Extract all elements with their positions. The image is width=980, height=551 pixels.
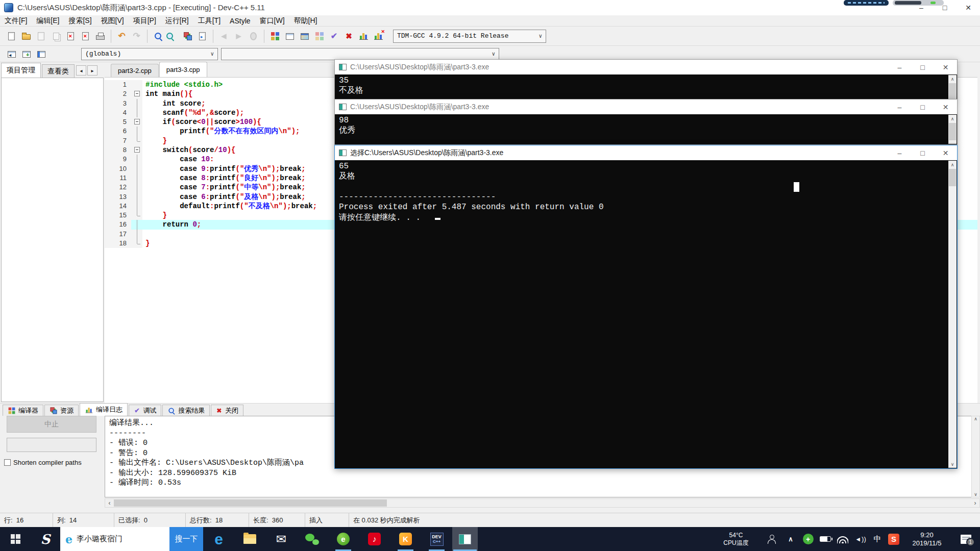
find-in-files-button[interactable] bbox=[165, 29, 180, 43]
menu-window[interactable]: 窗口[W] bbox=[255, 16, 289, 26]
menu-search[interactable]: 搜索[S] bbox=[64, 16, 96, 26]
start-button[interactable] bbox=[0, 527, 31, 551]
taskbar-kmusic-button[interactable] bbox=[390, 527, 421, 551]
menu-help[interactable]: 帮助[H] bbox=[289, 16, 322, 26]
tab-scroll-right-button[interactable] bbox=[87, 65, 97, 76]
taskbar-devcpp-button[interactable] bbox=[421, 527, 452, 551]
console-maximize-button[interactable] bbox=[911, 99, 934, 114]
clock[interactable]: 9:20 2019/11/5 bbox=[902, 527, 951, 551]
compiler-select[interactable]: TDM-GCC 4.9.2 64-bit Release bbox=[393, 30, 546, 43]
menu-run[interactable]: 运行[R] bbox=[161, 16, 193, 26]
taskbar-search-box[interactable]: 李小璐夜宿门 搜一下 bbox=[60, 527, 203, 551]
console-minimize-button[interactable] bbox=[888, 145, 911, 160]
scrollbar-thumb[interactable] bbox=[949, 83, 956, 101]
add-file-button[interactable] bbox=[19, 46, 34, 61]
console-output[interactable]: 98优秀 bbox=[335, 114, 948, 144]
compile-button[interactable] bbox=[267, 29, 282, 43]
scrollbar-thumb[interactable] bbox=[949, 123, 956, 140]
ime-indicator[interactable]: 中 bbox=[870, 527, 885, 551]
replace-button[interactable] bbox=[180, 29, 195, 43]
search-query-text[interactable]: 李小璐夜宿门 bbox=[77, 534, 169, 544]
undo-button[interactable]: ↶ bbox=[114, 29, 129, 43]
taskbar-mail-button[interactable] bbox=[265, 527, 297, 551]
taskbar-explorer-button[interactable] bbox=[234, 527, 265, 551]
tab-scroll-left-button[interactable] bbox=[76, 65, 86, 76]
members-select[interactable] bbox=[221, 48, 499, 60]
console-minimize-button[interactable] bbox=[888, 99, 911, 114]
tab-compiler[interactable]: 编译器 bbox=[3, 405, 43, 416]
console-maximize-button[interactable] bbox=[911, 60, 934, 74]
menu-edit[interactable]: 编辑[E] bbox=[32, 16, 64, 26]
tab-debug[interactable]: ✔调试 bbox=[129, 405, 161, 416]
open-project-button[interactable] bbox=[4, 46, 19, 61]
close-file-button[interactable] bbox=[63, 29, 78, 43]
log-horizontal-scrollbar[interactable] bbox=[105, 498, 980, 508]
tab-close[interactable]: ✖关闭 bbox=[211, 405, 243, 416]
menu-astyle[interactable]: AStyle bbox=[225, 17, 255, 25]
menu-file[interactable]: 文件[F] bbox=[0, 16, 32, 26]
sogou-tray-button[interactable] bbox=[885, 527, 902, 551]
battery-tray-button[interactable] bbox=[817, 527, 834, 551]
tray-expand-button[interactable] bbox=[782, 527, 799, 551]
console-close-button[interactable] bbox=[934, 60, 957, 74]
save-button[interactable] bbox=[34, 29, 48, 43]
console-close-button[interactable] bbox=[934, 99, 957, 114]
tab-part3-3-cpp[interactable]: part3-3.cpp bbox=[159, 62, 207, 77]
scrollbar-thumb[interactable] bbox=[949, 169, 956, 186]
menu-project[interactable]: 项目[P] bbox=[129, 16, 161, 26]
abort-compile-button[interactable]: 中止 bbox=[7, 416, 96, 433]
close-all-button[interactable] bbox=[78, 29, 93, 43]
tab-class-view[interactable]: 查看类 bbox=[42, 64, 75, 78]
antivirus-tray-button[interactable] bbox=[799, 527, 817, 551]
back-button[interactable]: ◀ bbox=[216, 29, 231, 43]
console-close-button[interactable] bbox=[934, 145, 957, 160]
new-file-button[interactable] bbox=[4, 29, 19, 43]
file-members-button[interactable] bbox=[34, 46, 48, 61]
console-scrollbar[interactable] bbox=[948, 115, 957, 144]
shorten-paths-checkbox[interactable] bbox=[4, 459, 11, 466]
window-close-button[interactable] bbox=[957, 0, 980, 15]
print-button[interactable] bbox=[93, 29, 108, 43]
profile-button[interactable] bbox=[356, 29, 371, 43]
forward-button[interactable]: ▶ bbox=[231, 29, 246, 43]
compile-run-button[interactable] bbox=[297, 29, 312, 43]
taskbar-netease-button[interactable] bbox=[359, 527, 390, 551]
console-title-bar[interactable]: 选择C:\Users\ASUS\Desktop\陈雨涵\part3-3.exe bbox=[335, 145, 957, 160]
cpu-temp-widget[interactable]: 54°C CPU温度 bbox=[710, 527, 762, 551]
redo-button[interactable]: ↷ bbox=[129, 29, 144, 43]
taskbar-wechat-button[interactable] bbox=[297, 527, 328, 551]
people-tray-button[interactable] bbox=[762, 527, 782, 551]
open-file-button[interactable] bbox=[19, 29, 34, 43]
find-button[interactable] bbox=[151, 29, 165, 43]
highlight-button[interactable] bbox=[246, 29, 261, 43]
network-tray-button[interactable] bbox=[834, 527, 851, 551]
tab-search-results[interactable]: 搜索结果 bbox=[162, 405, 210, 416]
search-go-button[interactable]: 搜一下 bbox=[169, 527, 203, 551]
console-scrollbar[interactable] bbox=[948, 75, 957, 99]
console-output[interactable]: 65及格 --------------------------------Pro… bbox=[335, 160, 948, 468]
taskbar-console-button[interactable] bbox=[452, 527, 478, 551]
search-app-button[interactable] bbox=[31, 527, 60, 551]
run-button[interactable] bbox=[282, 29, 297, 43]
remove-profiling-button[interactable] bbox=[371, 29, 386, 43]
tab-compile-log[interactable]: 编译日志 bbox=[80, 403, 128, 416]
volume-tray-button[interactable] bbox=[851, 527, 870, 551]
menu-view[interactable]: 视图[V] bbox=[96, 16, 129, 26]
scrollbar-thumb[interactable] bbox=[114, 499, 387, 507]
console-title-bar[interactable]: C:\Users\ASUS\Desktop\陈雨涵\part3-3.exe bbox=[335, 60, 957, 74]
console-minimize-button[interactable] bbox=[888, 60, 911, 74]
console-title-bar[interactable]: C:\Users\ASUS\Desktop\陈雨涵\part3-3.exe bbox=[335, 99, 957, 114]
log-vertical-scrollbar[interactable] bbox=[971, 416, 980, 497]
notification-center-button[interactable]: 1 bbox=[951, 527, 980, 551]
tab-project-manager[interactable]: 项目管理 bbox=[1, 63, 41, 78]
console-scrollbar[interactable] bbox=[948, 161, 957, 468]
taskbar-edge-button[interactable] bbox=[203, 527, 234, 551]
menu-tools[interactable]: 工具[T] bbox=[193, 16, 225, 26]
save-all-button[interactable] bbox=[48, 29, 63, 43]
taskbar-browser-button[interactable] bbox=[328, 527, 359, 551]
console-output[interactable]: 35不及格 bbox=[335, 74, 948, 99]
syntax-check-button[interactable]: ✔ bbox=[327, 29, 341, 43]
globals-select[interactable]: (globals) bbox=[81, 48, 218, 60]
tab-part3-2-cpp[interactable]: part3-2.cpp bbox=[111, 64, 159, 77]
abort-button[interactable]: ✖ bbox=[341, 29, 356, 43]
